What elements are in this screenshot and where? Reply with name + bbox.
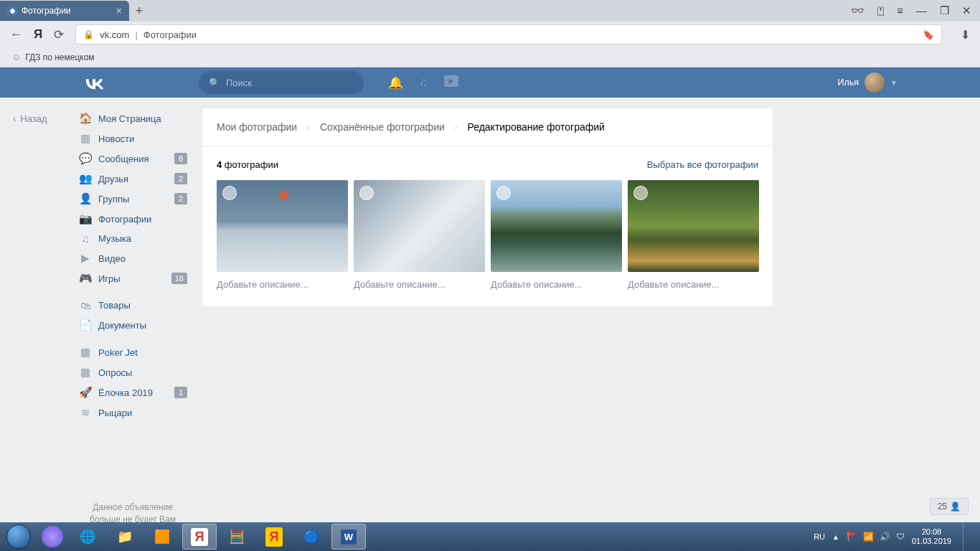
sidebar-item[interactable]: ▩Опросы	[74, 362, 192, 382]
vk-logo[interactable]	[83, 75, 105, 90]
menu-icon[interactable]: ≡	[897, 4, 903, 17]
sidebar-item[interactable]: 🏠Моя Страница	[74, 108, 192, 128]
chevron-right-icon: ›	[455, 123, 458, 131]
search-placeholder: Поиск	[226, 77, 252, 88]
taskbar-cortana[interactable]	[42, 526, 63, 547]
sidebar-label: Ёлочка 2019	[98, 387, 153, 398]
photo-checkbox[interactable]	[633, 186, 648, 200]
photo-count: 4 фотографии	[217, 159, 278, 170]
taskbar-yandex2[interactable]: Я	[257, 524, 291, 550]
sidebar-icon: ≋	[78, 406, 93, 419]
bookmarks-bar: ☺ ГДЗ по немецком	[0, 47, 980, 67]
select-all-link[interactable]: Выбрать все фотографии	[647, 159, 758, 170]
incognito-icon[interactable]: 👓	[851, 4, 864, 17]
sidebar-icon: 🛍	[78, 299, 93, 311]
yandex-icon[interactable]: Я	[34, 27, 42, 42]
tray-lang[interactable]: RU	[814, 532, 825, 541]
sidebar-item[interactable]: 💬Сообщения8	[74, 149, 192, 169]
tray-flag-icon[interactable]: 🚩	[847, 532, 857, 542]
tray-arrow-icon[interactable]: ▲	[832, 533, 839, 541]
start-button[interactable]	[4, 523, 33, 550]
bookmark-star-icon[interactable]: 🔖	[923, 29, 934, 40]
photo-description-input[interactable]	[628, 279, 759, 290]
vk-favicon	[7, 6, 17, 16]
bookmark-link[interactable]: ГДЗ по немецком	[25, 52, 94, 62]
sidebar-item[interactable]: 🎮Игры18	[74, 268, 192, 288]
tray-shield-icon[interactable]: 🛡	[896, 532, 905, 542]
sidebar-badge: 18	[171, 273, 187, 284]
notifications-icon[interactable]: 🔔	[388, 75, 403, 90]
show-desktop[interactable]	[963, 522, 973, 551]
sidebar-item[interactable]: ≋Рыцари	[74, 402, 192, 423]
sidebar-label: Моя Страница	[98, 113, 161, 124]
photo-thumbnail[interactable]	[354, 180, 485, 272]
photo-checkbox[interactable]	[359, 186, 374, 200]
sidebar-item[interactable]: 👥Друзья2	[74, 169, 192, 189]
new-tab-button[interactable]: +	[129, 4, 149, 19]
sidebar-item[interactable]: 👤Группы2	[74, 189, 192, 209]
sidebar-item[interactable]: ▦Новости	[74, 128, 192, 149]
minimize-icon[interactable]: —	[916, 4, 927, 17]
photo-description-input[interactable]	[491, 279, 622, 290]
sidebar-badge: 2	[174, 173, 187, 184]
video-icon[interactable]: ▶	[444, 75, 458, 87]
sidebar-label: Фотографии	[98, 214, 151, 225]
taskbar-explorer[interactable]: 📁	[108, 524, 142, 550]
sidebar-item[interactable]: 🚀Ёлочка 20191	[74, 382, 192, 402]
search-icon: 🔍	[209, 77, 220, 88]
sidebar: 🏠Моя Страница▦Новости💬Сообщения8👥Друзья2…	[74, 108, 192, 537]
photo-thumbnail[interactable]	[628, 180, 759, 272]
sidebar-icon: 🎮	[78, 272, 93, 285]
photo-checkbox[interactable]	[496, 186, 511, 200]
photo-checkbox[interactable]	[222, 186, 237, 200]
music-icon[interactable]: ♫	[419, 75, 428, 90]
taskbar-yandex[interactable]: Я	[182, 524, 217, 550]
sidebar-item[interactable]: 🛍Товары	[74, 296, 192, 315]
browser-tab[interactable]: Фотографии ×	[0, 1, 129, 21]
sidebar-item[interactable]: ▩Poker Jet	[74, 342, 192, 362]
taskbar-chrome[interactable]: 🔵	[294, 524, 329, 550]
sidebar-icon: ▶	[78, 252, 93, 265]
photo-thumbnail[interactable]	[491, 180, 622, 272]
friends-counter-widget[interactable]: 25 👤	[930, 498, 969, 515]
photo-card	[628, 180, 759, 291]
sidebar-item[interactable]: 📄Документы	[74, 315, 192, 335]
taskbar-media[interactable]: 🟧	[145, 524, 179, 550]
close-icon[interactable]: ×	[116, 5, 122, 17]
photo-thumbnail[interactable]	[217, 180, 348, 272]
user-menu[interactable]: Илья ▼	[838, 72, 906, 93]
sidebar-item[interactable]: 📷Фотографии	[74, 209, 192, 229]
tray-network-icon[interactable]: 📶	[863, 532, 874, 542]
chevron-down-icon: ▼	[890, 79, 897, 87]
bookmarks-icon[interactable]: ⍞	[877, 4, 884, 17]
taskbar-word[interactable]: W	[331, 524, 366, 550]
browser-tab-bar: Фотографии × + 👓 ⍞ ≡ — ❐ ✕	[0, 0, 980, 22]
tray-clock[interactable]: 20:08 01.03.2019	[912, 527, 951, 546]
avatar	[864, 72, 885, 93]
sidebar-label: Опросы	[98, 367, 132, 378]
chevron-right-icon: ›	[307, 123, 310, 131]
chevron-left-icon: ‹	[13, 113, 16, 124]
taskbar-ie[interactable]: 🌐	[70, 524, 105, 550]
back-link[interactable]: ‹ Назад	[13, 113, 47, 124]
maximize-icon[interactable]: ❐	[940, 4, 949, 17]
window-close-icon[interactable]: ✕	[962, 4, 971, 17]
search-input[interactable]: 🔍 Поиск	[199, 71, 364, 94]
lock-icon: 🔒	[83, 29, 94, 39]
smiley-icon: ☺	[11, 52, 21, 62]
taskbar-calc[interactable]: 🧮	[220, 524, 254, 550]
photo-description-input[interactable]	[354, 279, 485, 290]
reload-icon[interactable]: ⟳	[54, 27, 64, 42]
sidebar-item[interactable]: ▶Видео	[74, 248, 192, 268]
sidebar-item[interactable]: ♫Музыка	[74, 229, 192, 248]
back-icon[interactable]: ←	[10, 27, 22, 42]
sidebar-label: Рыцари	[98, 408, 132, 418]
sidebar-icon: 📷	[78, 212, 93, 225]
sidebar-icon: 🚀	[78, 386, 93, 399]
tray-sound-icon[interactable]: 🔊	[880, 532, 890, 542]
url-bar[interactable]: 🔒 vk.com | Фотографии 🔖	[75, 24, 942, 44]
breadcrumb-my-photos[interactable]: Мои фотографии	[217, 121, 297, 133]
breadcrumb-saved-photos[interactable]: Сохранённые фотографии	[320, 121, 445, 133]
download-icon[interactable]: ⬇	[961, 28, 970, 42]
photo-description-input[interactable]	[217, 279, 348, 290]
